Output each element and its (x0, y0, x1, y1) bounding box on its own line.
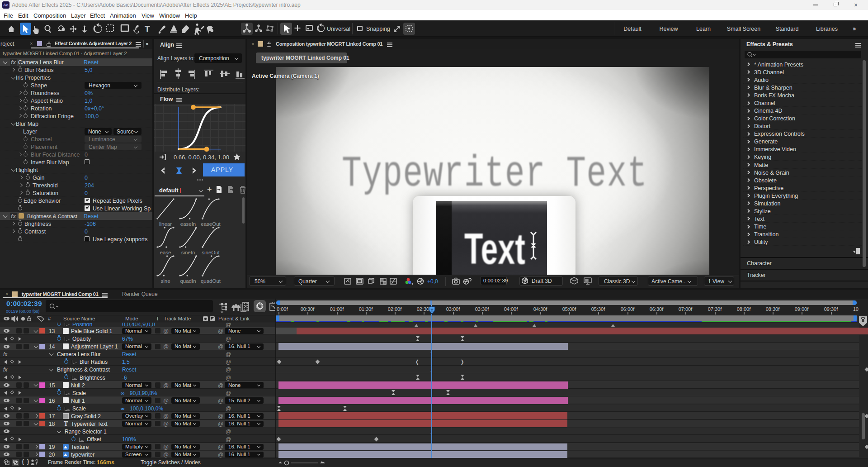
svg-text:T: T (145, 24, 150, 33)
